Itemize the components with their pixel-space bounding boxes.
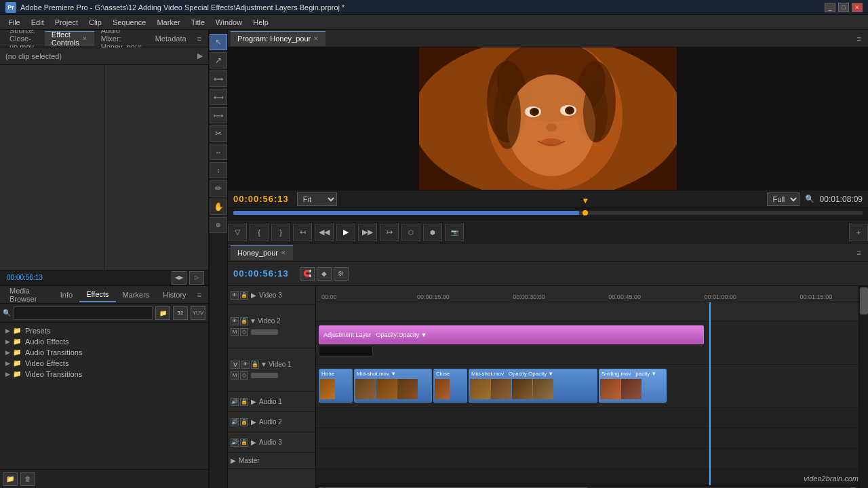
tab-timeline-close[interactable]: ✕ [281,249,286,256]
tool-selection[interactable]: ↖ [210,34,227,50]
tab-source[interactable]: Source: Close-up.mov [3,31,45,46]
track-audio1-spk[interactable]: 🔊 [231,398,239,406]
tab-media-browser[interactable]: Media Browser [3,287,54,302]
effects-delete-btn[interactable]: 🗑 [20,472,35,486]
clip-black-bar[interactable] [319,346,373,357]
timeline-snap-btn[interactable]: 🧲 [300,267,315,281]
source-monitor-panel-menu[interactable]: ≡ [193,33,205,44]
timeline-add-marker-btn[interactable]: ◆ [317,267,332,281]
play-btn[interactable]: ▶ [336,224,355,241]
effects-panel-menu[interactable]: ≡ [193,289,205,300]
timeline-scroll[interactable]: ◀ ▶ [316,485,859,488]
export-frame-btn[interactable]: 📷 [445,224,464,241]
minimize-button[interactable]: _ [825,3,835,12]
track-video1-slider[interactable] [251,373,278,378]
effects-item-audio-transitions[interactable]: ▶ 📁 Audio Transitions [0,347,208,358]
effects-32bit-btn[interactable]: 32 [173,306,188,320]
clip-smiling[interactable]: Smiling.mov pacity ▼ [599,369,667,403]
track-video1-m[interactable]: M [231,371,239,380]
track-video1-v[interactable]: V [231,361,240,369]
marker-in-btn[interactable]: ▽ [228,224,247,241]
tab-metadata[interactable]: Metadata [149,31,193,46]
track-row-video1[interactable]: Hone Mid-shot.mov ▼ [316,365,859,408]
program-panel-menu[interactable]: ≡ [853,33,865,44]
maximize-button[interactable]: □ [838,3,849,12]
track-row-video2[interactable]: Adjustment Layer Opacity:Opacity ▼ [316,321,859,365]
go-out-btn[interactable]: ↦ [380,224,399,241]
track-audio2-spk[interactable]: 🔊 [231,418,239,426]
tool-zoom[interactable]: ⊕ [210,217,227,233]
track-row-audio1[interactable] [316,408,859,428]
track-video2-eye[interactable]: 👁 [231,317,239,325]
overwrite-btn[interactable]: ⬢ [423,224,442,241]
tab-program-close[interactable]: ✕ [313,35,319,42]
tool-slide[interactable]: ↕ [210,162,227,178]
clip-close[interactable]: Close [433,369,467,403]
menu-marker[interactable]: Marker [151,17,185,28]
track-audio1-lock[interactable]: 🔒 [240,398,248,406]
source-btn-1[interactable]: ◀▶ [172,271,186,285]
tool-hand[interactable]: ✋ [210,199,227,215]
track-video3-eye[interactable]: 👁 [231,291,239,300]
v-scroll-area[interactable] [859,286,868,488]
step-fwd-btn[interactable]: ▶▶ [358,224,377,241]
track-video2-lock[interactable]: 🔒 [240,317,248,325]
insert-btn[interactable]: ⬡ [401,224,420,241]
clip-honey[interactable]: Hone [319,369,353,403]
track-video3-lock[interactable]: 🔒 [240,291,248,300]
go-in-btn[interactable]: ↤ [293,224,312,241]
menu-edit[interactable]: Edit [26,17,50,28]
tool-slip[interactable]: ↔ [210,144,227,160]
effects-search-input[interactable] [14,306,153,320]
track-audio3-spk[interactable]: 🔊 [231,439,239,447]
menu-clip[interactable]: Clip [83,17,107,28]
effects-item-audio-effects[interactable]: ▶ 📁 Audio Effects [0,336,208,347]
effects-new-folder-btn[interactable]: 📁 [3,472,18,486]
tab-timeline-honey[interactable]: Honey_pour ✕ [231,245,293,260]
tab-info[interactable]: Info [54,287,79,302]
tab-effect-controls-close[interactable]: ✕ [82,35,87,42]
menu-file[interactable]: File [3,17,26,28]
track-video2-m[interactable]: M [231,328,239,336]
add-marker-btn[interactable]: + [849,224,868,241]
effects-item-presets[interactable]: ▶ 📁 Presets [0,325,208,336]
step-fwd-1-btn[interactable]: } [271,224,290,241]
tool-rate-stretch[interactable]: ⟼ [210,107,227,123]
menu-window[interactable]: Window [210,17,248,28]
program-quality-dropdown[interactable]: Full 1/2 1/4 [767,192,800,206]
clip-midshot2[interactable]: Mid-shot.mov Opacity:Opacity ▼ [469,369,597,403]
tab-markers[interactable]: Markers [116,287,157,302]
program-scrubber[interactable]: ▼ [228,207,868,220]
clip-adjustment-layer[interactable]: Adjustment Layer Opacity:Opacity ▼ [319,325,704,344]
menu-help[interactable]: Help [248,17,274,28]
tab-audio-mixer[interactable]: Audio Mixer: Honey_pour [94,31,149,46]
track-video1-lock[interactable]: 🔒 [251,361,259,369]
v-scroll-thumb[interactable] [860,287,868,314]
step-back-1-btn[interactable]: { [250,224,269,241]
program-fit-dropdown[interactable]: Fit 25% 50% 75% 100% [297,192,337,206]
effects-acc-btn[interactable]: YUV [191,306,205,320]
track-video2-kf[interactable]: ◇ [240,328,248,336]
track-audio3-lock[interactable]: 🔒 [240,439,248,447]
rewind-btn[interactable]: ◀◀ [315,224,334,241]
effects-item-video-transitions[interactable]: ▶ 📁 Video Transitions [0,369,208,380]
tool-razor[interactable]: ✂ [210,125,227,142]
track-audio2-lock[interactable]: 🔒 [240,418,248,426]
track-video1-eye[interactable]: 👁 [241,361,250,369]
menu-title[interactable]: Title [186,17,210,28]
menu-project[interactable]: Project [50,17,83,28]
effects-item-video-effects[interactable]: ▶ 📁 Video Effects [0,358,208,369]
track-row-audio2[interactable] [316,428,859,449]
track-row-audio3[interactable] [316,449,859,469]
tool-rolling-edit[interactable]: ⟻ [210,89,227,105]
tab-program[interactable]: Program: Honey_pour ✕ [231,31,326,46]
clip-midshot1[interactable]: Mid-shot.mov ▼ [354,369,432,403]
menu-sequence[interactable]: Sequence [107,17,152,28]
tab-effects[interactable]: Effects [79,287,115,302]
track-row-video3[interactable] [316,302,859,321]
source-btn-2[interactable]: ▷ [189,271,204,285]
scrubber-handle[interactable] [583,210,588,216]
tool-pen[interactable]: ✏ [210,180,227,197]
tab-history[interactable]: History [156,287,193,302]
track-scroll-area[interactable]: Adjustment Layer Opacity:Opacity ▼ [316,302,859,485]
